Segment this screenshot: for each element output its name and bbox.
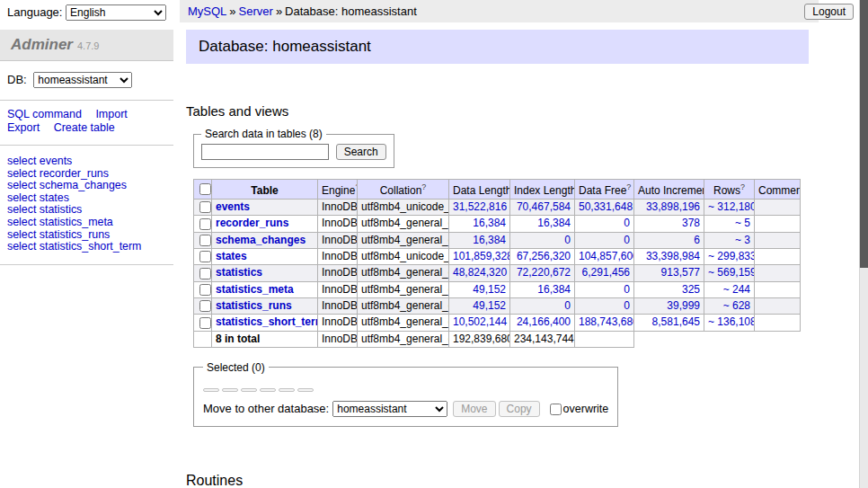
move-button[interactable]: Move: [453, 401, 495, 417]
overwrite-checkbox[interactable]: [550, 404, 562, 415]
index-length-link[interactable]: 67,256,320: [517, 250, 571, 262]
row-checkbox[interactable]: [199, 218, 211, 230]
table-name-link[interactable]: schema_changes: [216, 234, 306, 246]
auto-increment-link[interactable]: 6: [694, 234, 700, 246]
sidebar-table-link[interactable]: select statistics_meta: [7, 216, 113, 228]
rows-count-link[interactable]: ~ 569,159: [708, 266, 755, 279]
copy-button[interactable]: Copy: [499, 401, 540, 417]
data-free-link[interactable]: 0: [624, 234, 630, 246]
data-free-link[interactable]: 6,291,456: [582, 266, 630, 279]
data-length-link[interactable]: 16,384: [473, 234, 506, 246]
sidebar-link-export[interactable]: Export: [7, 121, 40, 134]
data-free-link[interactable]: 0: [624, 283, 630, 296]
data-free-link[interactable]: 104,857,600: [579, 250, 634, 262]
data-length-link[interactable]: 16,384: [473, 217, 506, 229]
index-length-link[interactable]: 72,220,672: [517, 266, 571, 279]
search-button[interactable]: Search: [336, 144, 386, 160]
search-input[interactable]: [201, 144, 329, 160]
column-header-link[interactable]: Data Length?: [453, 184, 510, 197]
selected-action-button[interactable]: [222, 388, 238, 392]
data-free-link[interactable]: 0: [624, 299, 630, 312]
selected-action-button[interactable]: [241, 388, 257, 392]
rows-count-link[interactable]: ~ 5: [735, 217, 750, 229]
column-header-link[interactable]: Rows?: [713, 184, 745, 197]
sidebar-table-link[interactable]: select states: [7, 191, 69, 204]
vertical-scrollbar[interactable]: [859, 0, 868, 488]
rows-count-link[interactable]: ~ 3: [735, 234, 750, 246]
data-length-link[interactable]: 10,502,144: [453, 315, 507, 328]
table-name-link[interactable]: statistics_short_term: [216, 315, 318, 328]
sidebar-link-create-table[interactable]: Create table: [54, 121, 115, 134]
auto-increment-link[interactable]: 325: [682, 283, 700, 296]
data-free-link[interactable]: 188,743,680: [579, 315, 634, 328]
data-free-link[interactable]: 0: [624, 217, 630, 229]
index-length-link[interactable]: 16,384: [537, 217, 571, 229]
adminer-logo-link[interactable]: Adminer: [11, 36, 73, 53]
sidebar-table-link[interactable]: select schema_changes: [7, 179, 127, 191]
language-select[interactable]: English: [66, 4, 166, 21]
sidebar-table-link[interactable]: select statistics_short_term: [7, 240, 141, 253]
db-select[interactable]: homeassistant: [33, 72, 132, 88]
rows-count-link[interactable]: ~ 312,180: [708, 200, 755, 213]
row-checkbox[interactable]: [199, 300, 211, 312]
index-length-link[interactable]: 0: [564, 299, 571, 312]
column-header-link[interactable]: Engine?: [322, 184, 358, 197]
engine-cell: InnoDB: [318, 265, 358, 281]
select-all-checkbox[interactable]: [199, 183, 211, 195]
column-header-link[interactable]: Table: [251, 184, 278, 197]
auto-increment-link[interactable]: 39,999: [667, 299, 700, 312]
row-checkbox[interactable]: [199, 201, 211, 213]
sidebar-link-import[interactable]: Import: [95, 108, 127, 120]
column-header-link[interactable]: Data Free?: [579, 184, 631, 197]
row-checkbox[interactable]: [199, 268, 211, 279]
table-name-link[interactable]: recorder_runs: [216, 217, 288, 229]
auto-increment-link[interactable]: 33,398,984: [646, 250, 700, 262]
table-name-link[interactable]: statistics_runs: [216, 299, 292, 312]
auto-increment-link[interactable]: 913,577: [661, 266, 700, 279]
search-legend: Search data in tables (8): [201, 128, 326, 140]
table-name-link[interactable]: statistics: [216, 266, 262, 279]
rows-count-link[interactable]: ~ 244: [723, 283, 750, 296]
data-length-link[interactable]: 49,152: [473, 299, 506, 312]
rows-count-link[interactable]: ~ 299,833: [708, 250, 755, 262]
column-header-link[interactable]: Index Length?: [514, 184, 575, 197]
collation-cell: utf8mb4_general_ci: [358, 216, 449, 232]
scrollbar-thumb[interactable]: [860, 0, 868, 268]
row-checkbox[interactable]: [199, 251, 211, 262]
sidebar-table-link[interactable]: select events: [7, 155, 72, 167]
rows-count-link[interactable]: ~ 136,108: [708, 315, 755, 328]
collation-cell: utf8mb4_general_ci: [358, 315, 449, 331]
selected-action-button[interactable]: [279, 388, 295, 392]
data-length-link[interactable]: 49,152: [473, 283, 506, 296]
table-name-link[interactable]: statistics_meta: [216, 283, 294, 296]
engine-cell: InnoDB: [318, 248, 358, 264]
move-db-select[interactable]: homeassistant: [332, 401, 447, 417]
index-length-link[interactable]: 24,166,400: [517, 315, 571, 328]
sidebar-link-sql-command[interactable]: SQL command: [7, 108, 82, 120]
selected-action-button[interactable]: [260, 388, 276, 392]
selected-action-button[interactable]: [203, 388, 219, 392]
row-checkbox[interactable]: [199, 235, 211, 246]
column-header-link[interactable]: Comment?: [758, 184, 801, 197]
row-checkbox[interactable]: [199, 317, 211, 329]
selected-action-button[interactable]: [297, 388, 314, 392]
data-length-link[interactable]: 101,859,328: [453, 250, 510, 262]
index-length-link[interactable]: 0: [564, 234, 571, 246]
table-name-link[interactable]: states: [216, 250, 247, 262]
data-length-link[interactable]: 31,522,816: [453, 200, 507, 213]
sidebar-table-link[interactable]: select statistics_runs: [7, 228, 110, 241]
auto-increment-link[interactable]: 378: [682, 217, 700, 229]
index-length-link[interactable]: 70,467,584: [517, 200, 571, 213]
sidebar-table-link[interactable]: select statistics: [7, 203, 82, 216]
row-checkbox[interactable]: [199, 284, 211, 296]
table-name-link[interactable]: events: [216, 200, 250, 213]
index-length-link[interactable]: 16,384: [537, 283, 571, 296]
rows-count-link[interactable]: ~ 628: [723, 299, 750, 312]
auto-increment-link[interactable]: 8,581,645: [652, 315, 700, 328]
column-header-link[interactable]: Collation?: [380, 184, 427, 197]
data-length-link[interactable]: 48,824,320: [453, 266, 507, 279]
column-header-link[interactable]: Auto Increment?: [638, 184, 704, 197]
data-free-link[interactable]: 50,331,648: [579, 200, 633, 213]
sidebar-table-link[interactable]: select recorder_runs: [7, 167, 109, 180]
auto-increment-link[interactable]: 33,898,196: [646, 200, 700, 213]
